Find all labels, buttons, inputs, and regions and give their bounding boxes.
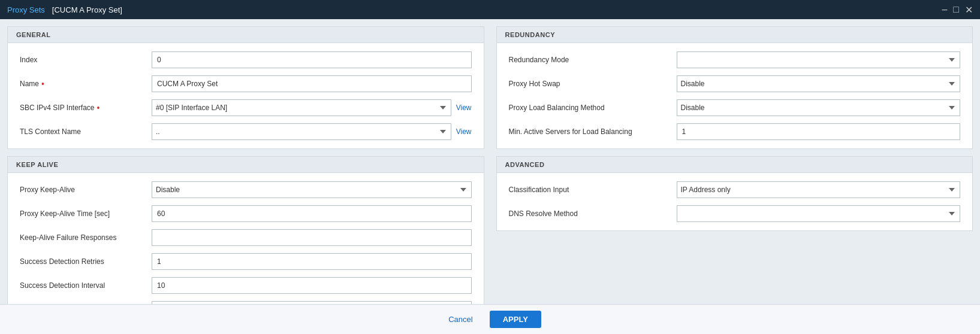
success-retries-label: Success Detection Retries bbox=[20, 257, 152, 266]
advanced-section-header: ADVANCED bbox=[497, 157, 973, 173]
keepalive-section: KEEP ALIVE Proxy Keep-Alive Disable Enab… bbox=[7, 156, 484, 304]
sbc-interface-label: SBC IPv4 SIP Interface • bbox=[20, 104, 152, 112]
general-section: GENERAL Index Name • bbox=[7, 26, 484, 149]
proxy-hotswap-select[interactable]: Disable Enable bbox=[677, 75, 961, 92]
name-label: Name • bbox=[20, 80, 152, 88]
left-column: GENERAL Index Name • bbox=[7, 26, 490, 297]
redundancy-mode-label: Redundancy Mode bbox=[509, 56, 677, 64]
name-row: Name • bbox=[20, 75, 472, 92]
proxy-keepalive-row: Proxy Keep-Alive Disable Enable bbox=[20, 181, 472, 198]
proxy-loadbalancing-label: Proxy Load Balancing Method bbox=[509, 104, 677, 112]
success-retries-input[interactable] bbox=[152, 253, 472, 270]
sbc-interface-input-group: #0 [SIP Interface LAN] View bbox=[152, 99, 472, 116]
record-name: [CUCM A Proxy Set] bbox=[52, 5, 122, 14]
failure-retrans-input[interactable] bbox=[152, 301, 472, 304]
dns-resolve-row: DNS Resolve Method bbox=[509, 205, 961, 222]
sbc-interface-row: SBC IPv4 SIP Interface • #0 [SIP Interfa… bbox=[20, 99, 472, 116]
redundancy-mode-row: Redundancy Mode bbox=[509, 51, 961, 68]
success-interval-row: Success Detection Interval bbox=[20, 277, 472, 294]
success-retries-row: Success Detection Retries bbox=[20, 253, 472, 270]
maximize-button[interactable]: □ bbox=[953, 4, 959, 16]
failure-retrans-row: Failure Detection Retransmissions bbox=[20, 301, 472, 304]
general-section-header: GENERAL bbox=[8, 27, 484, 43]
min-active-servers-row: Min. Active Servers for Load Balancing bbox=[509, 123, 961, 140]
proxy-keepalive-time-label: Proxy Keep-Alive Time [sec] bbox=[20, 209, 152, 218]
right-column: REDUNDANCY Redundancy Mode Proxy Hot Swa… bbox=[490, 26, 973, 297]
index-input[interactable] bbox=[152, 51, 472, 68]
proxy-keepalive-label: Proxy Keep-Alive bbox=[20, 186, 152, 194]
index-row: Index bbox=[20, 51, 472, 68]
sbc-interface-view-link[interactable]: View bbox=[456, 104, 472, 112]
index-label: Index bbox=[20, 56, 152, 64]
proxy-keepalive-select[interactable]: Disable Enable bbox=[152, 181, 472, 198]
keepalive-section-body: Proxy Keep-Alive Disable Enable Proxy Ke… bbox=[8, 173, 484, 304]
title-bar-left: Proxy Sets [CUCM A Proxy Set] bbox=[7, 5, 122, 14]
proxy-loadbalancing-row: Proxy Load Balancing Method Disable Enab… bbox=[509, 99, 961, 116]
footer: Cancel APPLY bbox=[0, 304, 980, 334]
tls-context-view-link[interactable]: View bbox=[456, 127, 472, 136]
page-name: Proxy Sets bbox=[7, 5, 45, 14]
main-content: GENERAL Index Name • bbox=[0, 19, 980, 304]
cancel-button[interactable]: Cancel bbox=[439, 311, 482, 327]
redundancy-section-body: Redundancy Mode Proxy Hot Swap Disable E… bbox=[497, 43, 973, 148]
proxy-keepalive-time-input[interactable] bbox=[152, 205, 472, 222]
tls-context-input-group: .. View bbox=[152, 123, 472, 140]
min-active-servers-input[interactable] bbox=[677, 123, 961, 140]
apply-button[interactable]: APPLY bbox=[490, 311, 541, 328]
redundancy-mode-select[interactable] bbox=[677, 51, 961, 68]
min-active-servers-label: Min. Active Servers for Load Balancing bbox=[509, 127, 677, 136]
sbc-interface-label-text: SBC IPv4 SIP Interface bbox=[20, 104, 95, 112]
keepalive-failure-input[interactable] bbox=[152, 229, 472, 246]
tls-context-select[interactable]: .. bbox=[152, 123, 451, 140]
keepalive-failure-label: Keep-Alive Failure Responses bbox=[20, 233, 152, 242]
redundancy-section: REDUNDANCY Redundancy Mode Proxy Hot Swa… bbox=[496, 26, 973, 149]
proxy-keepalive-time-row: Proxy Keep-Alive Time [sec] bbox=[20, 205, 472, 222]
classification-input-select[interactable]: IP Address only IP Address and Port IP A… bbox=[677, 181, 961, 198]
advanced-section-body: Classification Input IP Address only IP … bbox=[497, 173, 973, 230]
dns-resolve-label: DNS Resolve Method bbox=[509, 209, 677, 218]
sbc-interface-select[interactable]: #0 [SIP Interface LAN] bbox=[152, 99, 451, 116]
proxy-hotswap-row: Proxy Hot Swap Disable Enable bbox=[509, 75, 961, 92]
tls-context-row: TLS Context Name .. View bbox=[20, 123, 472, 140]
title-bar: Proxy Sets [CUCM A Proxy Set] – □ ✕ bbox=[0, 0, 980, 19]
dns-resolve-select[interactable] bbox=[677, 205, 961, 222]
sbc-required-dot: • bbox=[97, 104, 100, 112]
classification-input-label: Classification Input bbox=[509, 186, 677, 194]
redundancy-section-header: REDUNDANCY bbox=[497, 27, 973, 43]
proxy-hotswap-label: Proxy Hot Swap bbox=[509, 80, 677, 88]
minimize-button[interactable]: – bbox=[942, 4, 947, 16]
keepalive-section-header: KEEP ALIVE bbox=[8, 157, 484, 173]
name-label-text: Name bbox=[20, 80, 39, 88]
title-bar-controls: – □ ✕ bbox=[942, 4, 973, 16]
name-required-dot: • bbox=[41, 80, 44, 88]
advanced-section: ADVANCED Classification Input IP Address… bbox=[496, 156, 973, 231]
success-interval-label: Success Detection Interval bbox=[20, 281, 152, 290]
proxy-loadbalancing-select[interactable]: Disable Enable bbox=[677, 99, 961, 116]
tls-context-label: TLS Context Name bbox=[20, 127, 152, 136]
keepalive-failure-row: Keep-Alive Failure Responses bbox=[20, 229, 472, 246]
general-section-body: Index Name • SBC IPv4 SIP Interface • bbox=[8, 43, 484, 148]
name-input[interactable] bbox=[152, 75, 472, 92]
close-button[interactable]: ✕ bbox=[965, 4, 973, 16]
classification-input-row: Classification Input IP Address only IP … bbox=[509, 181, 961, 198]
success-interval-input[interactable] bbox=[152, 277, 472, 294]
